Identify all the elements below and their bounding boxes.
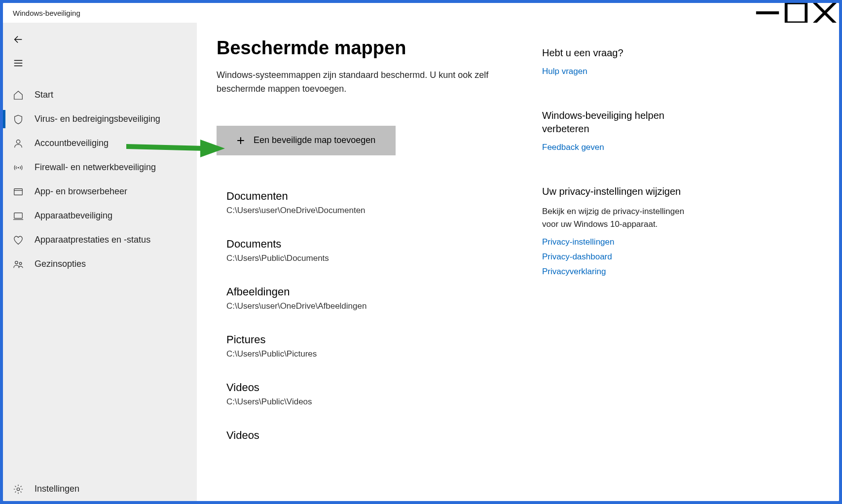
folder-name: Afbeeldingen [226, 286, 513, 298]
nav-label: Accountbeveiliging [35, 138, 109, 148]
close-button[interactable] [810, 3, 839, 23]
sidebar: Start Virus- en bedreigingsbeveiliging A… [3, 23, 197, 501]
folder-path: C:\Users\Public\Documents [226, 253, 513, 263]
folder-name: Documents [226, 238, 513, 251]
svg-rect-10 [14, 188, 23, 195]
nav-label: Instellingen [35, 484, 79, 494]
content-area: Beschermde mappen Windows-systeemmappen … [197, 23, 839, 501]
folder-item[interactable]: Videos C:\Users\Public\Videos [226, 381, 513, 407]
nav-item-app-browser[interactable]: App- en browserbeheer [3, 180, 197, 204]
page-title: Beschermde mappen [217, 37, 513, 59]
aside-privacy: Uw privacy-instellingen wijzigen Bekijk … [542, 185, 685, 282]
plus-icon: + [237, 134, 245, 147]
folder-list: Documenten C:\Users\user\OneDrive\Docume… [217, 190, 513, 445]
aside-column: Hebt u een vraag? Hulp vragen Windows-be… [542, 37, 685, 501]
add-protected-folder-button[interactable]: + Een beveiligde map toevoegen [217, 126, 396, 155]
nav-item-device-security[interactable]: Apparaatbeveiliging [3, 204, 197, 228]
folder-name: Pictures [226, 333, 513, 346]
app-window-icon [13, 186, 24, 197]
antenna-icon [13, 162, 24, 173]
svg-point-15 [19, 262, 22, 264]
window-title: Windows-beveiliging [13, 9, 80, 17]
aside-title: Hebt u een vraag? [542, 46, 685, 60]
aside-title: Uw privacy-instellingen wijzigen [542, 185, 685, 198]
nav-label: Firewall- en netwerkbeveiliging [35, 162, 156, 173]
nav-item-family[interactable]: Gezinsopties [3, 252, 197, 276]
nav-bottom: Instellingen [3, 477, 197, 501]
aside-improve: Windows-beveiliging helpen verbeteren Fe… [542, 109, 685, 157]
folder-item[interactable]: Videos [226, 429, 513, 445]
svg-point-16 [17, 488, 20, 491]
nav-group: Start Virus- en bedreigingsbeveiliging A… [3, 83, 197, 276]
nav-item-start[interactable]: Start [3, 83, 197, 107]
help-link[interactable]: Hulp vragen [542, 67, 685, 76]
hamburger-button[interactable] [3, 51, 34, 75]
folder-path: C:\Users\Public\Videos [226, 397, 513, 407]
privacy-statement-link[interactable]: Privacyverklaring [542, 267, 685, 277]
folder-name: Documenten [226, 190, 513, 203]
folder-name: Videos [226, 429, 513, 442]
maximize-button[interactable] [782, 3, 810, 23]
nav-label: Apparaatbeveiliging [35, 211, 112, 221]
folder-item[interactable]: Documenten C:\Users\user\OneDrive\Docume… [226, 190, 513, 216]
folder-item[interactable]: Documents C:\Users\Public\Documents [226, 238, 513, 263]
nav-label: Apparaatprestaties en -status [35, 235, 150, 245]
svg-point-14 [15, 261, 18, 264]
feedback-link[interactable]: Feedback geven [542, 143, 685, 152]
device-icon [13, 211, 24, 221]
folder-path: C:\Users\user\OneDrive\Documenten [226, 206, 513, 216]
window-controls [753, 3, 839, 23]
folder-path: C:\Users\Public\Pictures [226, 349, 513, 359]
nav-item-firewall[interactable]: Firewall- en netwerkbeveiliging [3, 155, 197, 180]
minimize-button[interactable] [753, 3, 782, 23]
privacy-settings-link[interactable]: Privacy-instellingen [542, 237, 685, 247]
titlebar: Windows-beveiliging [3, 3, 839, 23]
privacy-dashboard-link[interactable]: Privacy-dashboard [542, 252, 685, 262]
svg-point-8 [16, 140, 20, 143]
nav-item-account[interactable]: Accountbeveiliging [3, 131, 197, 155]
svg-point-9 [18, 167, 19, 168]
folder-path: C:\Users\user\OneDrive\Afbeeldingen [226, 301, 513, 311]
shield-icon [13, 114, 24, 125]
nav-item-settings[interactable]: Instellingen [3, 477, 197, 501]
back-button[interactable] [3, 28, 34, 51]
add-button-label: Een beveiligde map toevoegen [254, 135, 375, 145]
folder-item[interactable]: Pictures C:\Users\Public\Pictures [226, 333, 513, 359]
nav-label: Gezinsopties [35, 259, 86, 269]
family-icon [13, 259, 24, 270]
aside-title: Windows-beveiliging helpen verbeteren [542, 109, 685, 136]
gear-icon [13, 484, 24, 495]
heart-icon [13, 235, 24, 246]
svg-rect-1 [786, 3, 806, 23]
page-description: Windows-systeemmappen zijn standaard bes… [217, 69, 513, 96]
main-column: Beschermde mappen Windows-systeemmappen … [217, 37, 513, 501]
nav-item-device-performance[interactable]: Apparaatprestaties en -status [3, 228, 197, 252]
svg-rect-12 [14, 213, 23, 218]
aside-text: Bekijk en wijzig de privacy-instellingen… [542, 205, 685, 230]
folder-name: Videos [226, 381, 513, 394]
folder-item[interactable]: Afbeeldingen C:\Users\user\OneDrive\Afbe… [226, 286, 513, 311]
nav-label: Start [35, 90, 53, 100]
home-icon [13, 90, 24, 101]
person-icon [13, 138, 24, 149]
window-root: Windows-beveiliging [3, 3, 839, 501]
aside-help: Hebt u een vraag? Hulp vragen [542, 46, 685, 81]
window-body: Start Virus- en bedreigingsbeveiliging A… [3, 23, 839, 501]
nav-item-virus-threat[interactable]: Virus- en bedreigingsbeveiliging [3, 107, 197, 131]
nav-label: App- en browserbeheer [35, 186, 127, 197]
nav-label: Virus- en bedreigingsbeveiliging [35, 114, 160, 124]
